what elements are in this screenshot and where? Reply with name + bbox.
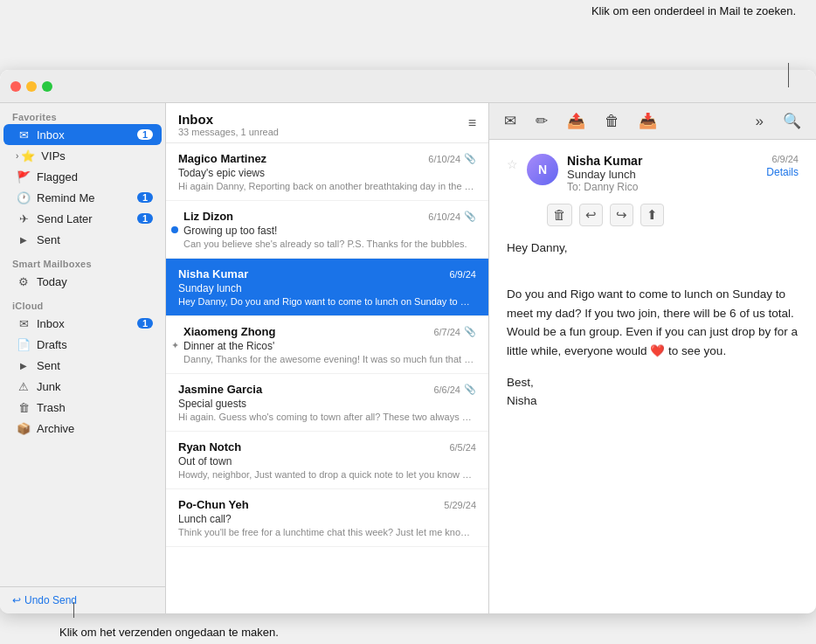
callout-top-text: Klik om een onderdeel in Mail te zoeken. — [591, 4, 796, 17]
sidebar-icloud-archive-label: Archive — [37, 422, 153, 435]
detail-date: 6/9/24 — [771, 154, 799, 164]
more-icon[interactable]: » — [753, 110, 766, 133]
detail-toolbar: ✉ ✏ 📤 🗑 📥 » 🔍 — [489, 103, 816, 140]
sidebar-item-today[interactable]: ⚙ Today — [3, 271, 162, 292]
detail-details-link[interactable]: Details — [766, 166, 799, 178]
icloud-trash-icon: 🗑 — [16, 399, 31, 415]
email-date: 6/10/24 — [428, 154, 460, 164]
email-subject: Out of town — [178, 455, 476, 467]
sidebar-item-remind-me[interactable]: 🕐 Remind Me 1 — [3, 187, 162, 208]
junk-toolbar-icon[interactable]: 📥 — [636, 109, 660, 133]
email-date: 6/5/24 — [449, 442, 476, 453]
vips-icon: ⭐ — [20, 148, 36, 163]
detail-body-text: Do you and Rigo want to come to lunch on… — [507, 285, 799, 360]
sidebar-icloud-inbox-label: Inbox — [37, 317, 137, 330]
email-sender: Nisha Kumar — [178, 267, 449, 280]
window-body: Favorites ✉ Inbox 1 › ⭐ VIPs 🚩 Flagged 🕐 — [0, 103, 816, 613]
email-subject: Today's epic views — [178, 167, 476, 179]
email-subject: Lunch call? — [178, 513, 476, 525]
email-preview: Hi again Danny, Reporting back on anothe… — [178, 181, 475, 191]
archive-toolbar-icon[interactable]: 📤 — [564, 109, 588, 133]
email-preview: Hey Danny, Do you and Rigo want to come … — [178, 296, 475, 307]
sidebar-item-icloud-sent[interactable]: ▶ Sent — [3, 355, 162, 376]
email-list-body: Magico Martinez 6/10/24 📎 Today's epic v… — [166, 143, 488, 613]
sidebar-vips-label: VIPs — [41, 149, 153, 163]
email-list: Inbox 33 messages, 1 unread ≡ Magico Mar… — [166, 103, 489, 613]
email-item-xiaomeng[interactable]: ✦ Xiaomeng Zhong 6/7/24 📎 Dinner at the … — [166, 316, 488, 374]
detail-action-bar: 🗑 ↩ ↪ ⬆ — [547, 204, 799, 226]
minimize-button[interactable] — [26, 81, 37, 92]
email-item-jasmine[interactable]: Jasmine Garcia 6/6/24 📎 Special guests H… — [166, 374, 488, 432]
icloud-drafts-icon: 📄 — [16, 336, 31, 352]
star-button[interactable]: ☆ — [507, 157, 518, 171]
flagged-icon: 🚩 — [16, 169, 31, 184]
email-date: 5/29/24 — [444, 500, 476, 510]
icloud-section-label: iCloud — [0, 292, 165, 313]
email-sender: Liz Dizon — [183, 210, 428, 223]
sidebar-icloud-junk-label: Junk — [37, 380, 153, 393]
forward-action-icon[interactable]: ↪ — [610, 204, 633, 226]
title-bar — [0, 70, 816, 103]
sidebar-item-icloud-archive[interactable]: 📦 Archive — [3, 418, 162, 439]
sidebar-item-icloud-drafts[interactable]: 📄 Drafts — [3, 334, 162, 355]
detail-closing: Best, Nisha — [507, 373, 799, 411]
share-action-icon[interactable]: ⬆ — [640, 204, 664, 226]
sidebar-item-sent[interactable]: ▶ Sent — [3, 229, 162, 250]
email-item-ryan[interactable]: Ryan Notch 6/5/24 Out of town Howdy, nei… — [166, 432, 488, 489]
email-subject: Sunday lunch — [178, 282, 476, 294]
email-sender: Po-Chun Yeh — [178, 498, 444, 511]
email-item-pochun[interactable]: Po-Chun Yeh 5/29/24 Lunch call? Think yo… — [166, 489, 488, 547]
compose-icon[interactable]: ✏ — [533, 109, 550, 133]
sidebar-remind-me-label: Remind Me — [37, 191, 137, 204]
email-item-liz[interactable]: Liz Dizon 6/10/24 📎 Growing up too fast!… — [166, 201, 488, 259]
reply-action-icon[interactable]: 🗑 — [547, 204, 572, 226]
send-later-icon: ✈ — [16, 211, 31, 226]
mail-window: Favorites ✉ Inbox 1 › ⭐ VIPs 🚩 Flagged 🕐 — [0, 70, 816, 613]
sidebar-item-icloud-inbox[interactable]: ✉ Inbox 1 — [3, 313, 162, 334]
detail-sender-name: Nisha Kumar — [567, 154, 757, 168]
close-button[interactable] — [10, 81, 21, 92]
sidebar-inbox-label: Inbox — [37, 128, 137, 142]
email-sender: Ryan Notch — [178, 440, 449, 454]
email-preview: Danny, Thanks for the awesome evening! I… — [183, 354, 476, 364]
detail-best: Best, — [507, 373, 799, 392]
sidebar-item-send-later[interactable]: ✈ Send Later 1 — [3, 208, 162, 229]
detail-content: Hey Danny, Do you and Rigo want to come … — [507, 239, 799, 411]
sidebar-item-icloud-junk[interactable]: ⚠ Junk — [3, 376, 162, 397]
email-subject: Special guests — [178, 398, 476, 410]
email-preview: Hi again. Guess who's coming to town aft… — [178, 412, 475, 422]
email-sender: Magico Martinez — [178, 152, 428, 165]
sidebar-icloud-drafts-label: Drafts — [37, 338, 153, 351]
undo-send-button[interactable]: ↩ Undo Send — [12, 594, 153, 606]
sidebar-item-vips[interactable]: › ⭐ VIPs — [3, 145, 162, 166]
email-item-magico[interactable]: Magico Martinez 6/10/24 📎 Today's epic v… — [166, 143, 488, 201]
sidebar-item-icloud-trash[interactable]: 🗑 Trash — [3, 397, 162, 418]
maximize-button[interactable] — [42, 81, 52, 92]
today-icon: ⚙ — [16, 274, 31, 289]
detail-subject: Sunday lunch — [567, 168, 757, 181]
email-item-nisha[interactable]: Nisha Kumar 6/9/24 Sunday lunch Hey Dann… — [166, 259, 488, 316]
attachment-icon: 📎 — [464, 384, 476, 395]
undo-icon: ↩ — [12, 594, 21, 606]
undo-send-label: Undo Send — [24, 594, 77, 606]
detail-body: ☆ N Nisha Kumar Sunday lunch To: Danny R… — [489, 140, 816, 613]
new-message-icon[interactable]: ✉ — [501, 109, 519, 133]
reply-all-action-icon[interactable]: ↩ — [579, 204, 603, 226]
email-date: 6/6/24 — [433, 384, 460, 395]
callout-line-top — [788, 63, 789, 87]
email-list-subtitle: 33 messages, 1 unread — [178, 127, 279, 137]
search-icon[interactable]: 🔍 — [780, 109, 804, 133]
callout-top: Klik om een onderdeel in Mail te zoeken. — [580, 0, 807, 23]
email-list-title: Inbox — [178, 112, 279, 127]
filter-icon[interactable]: ≡ — [468, 115, 476, 131]
detail-date-col: 6/9/24 Details — [766, 154, 799, 178]
avatar-initial: N — [538, 163, 547, 177]
star-icon: ✦ — [171, 339, 179, 350]
sidebar-item-flagged[interactable]: 🚩 Flagged — [3, 166, 162, 187]
email-date: 6/9/24 — [449, 269, 476, 280]
trash-toolbar-icon[interactable]: 🗑 — [602, 110, 622, 133]
sidebar: Favorites ✉ Inbox 1 › ⭐ VIPs 🚩 Flagged 🕐 — [0, 103, 166, 613]
sidebar-item-inbox[interactable]: ✉ Inbox 1 — [3, 124, 162, 145]
unread-dot — [171, 226, 178, 233]
email-sender: Xiaomeng Zhong — [183, 325, 433, 338]
